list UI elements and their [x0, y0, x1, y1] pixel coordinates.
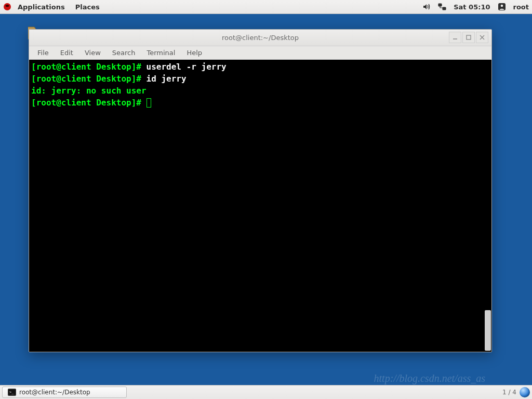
- menu-view[interactable]: View: [79, 47, 106, 58]
- top-panel-right: Sat 05:10 root: [422, 3, 529, 11]
- window-menubar: File Edit View Search Terminal Help: [29, 46, 491, 60]
- svg-point-4: [500, 5, 503, 7]
- window-titlebar[interactable]: root@client:~/Desktop: [29, 30, 491, 46]
- svg-text:>_: >_: [9, 390, 14, 394]
- volume-icon[interactable]: [422, 3, 431, 11]
- distro-logo-icon: [3, 3, 11, 11]
- bottom-panel-right: 1 / 4: [502, 387, 530, 397]
- terminal-body[interactable]: [root@client Desktop]# userdel -r jerry[…: [29, 60, 491, 352]
- user-status-icon[interactable]: [498, 3, 506, 11]
- terminal-output: id: jerry: no such user: [31, 86, 147, 96]
- applications-menu[interactable]: Applications: [14, 2, 69, 12]
- terminal-line: [root@client Desktop]# id jerry: [31, 73, 489, 85]
- menu-help[interactable]: Help: [181, 47, 207, 58]
- terminal-line: [root@client Desktop]#: [31, 97, 489, 109]
- top-panel-left: Applications Places: [3, 2, 104, 12]
- taskbar-window-button[interactable]: >_ root@client:~/Desktop: [2, 387, 127, 398]
- terminal-window: root@client:~/Desktop File Edit View Sea…: [29, 29, 492, 352]
- show-desktop-icon[interactable]: [520, 387, 530, 397]
- window-controls: [449, 32, 488, 43]
- scrollbar-thumb[interactable]: [485, 310, 491, 351]
- terminal-line: [root@client Desktop]# userdel -r jerry: [31, 61, 489, 73]
- terminal-line: id: jerry: no such user: [31, 85, 489, 97]
- scrollbar-track[interactable]: [484, 60, 491, 352]
- clock[interactable]: Sat 05:10: [454, 3, 490, 11]
- bottom-panel: >_ root@client:~/Desktop 1 / 4: [0, 385, 532, 399]
- terminal-prompt: [root@client Desktop]#: [31, 62, 147, 72]
- terminal-prompt: [root@client Desktop]#: [31, 98, 147, 108]
- terminal-cursor: [147, 98, 151, 108]
- svg-rect-10: [467, 35, 471, 39]
- close-button[interactable]: [476, 32, 488, 43]
- taskbar-window-label: root@client:~/Desktop: [19, 389, 90, 396]
- user-menu[interactable]: root: [513, 3, 529, 11]
- menu-terminal[interactable]: Terminal: [141, 47, 180, 58]
- menu-edit[interactable]: Edit: [55, 47, 78, 58]
- minimize-button[interactable]: [449, 32, 461, 43]
- top-panel: Applications Places Sat 05:10 root: [0, 0, 532, 14]
- terminal-prompt: [root@client Desktop]#: [31, 74, 147, 84]
- network-icon[interactable]: [438, 3, 446, 11]
- terminal-icon: >_: [8, 388, 16, 396]
- menu-file[interactable]: File: [32, 47, 54, 58]
- maximize-button[interactable]: [462, 32, 475, 43]
- menu-search[interactable]: Search: [107, 47, 141, 58]
- svg-rect-1: [438, 4, 442, 6]
- terminal-command: userdel -r jerry: [147, 62, 227, 72]
- workspace-indicator[interactable]: 1 / 4: [502, 389, 516, 396]
- window-title: root@client:~/Desktop: [222, 34, 299, 42]
- watermark-text: http://blog.csdn.net/ass_as: [374, 373, 485, 384]
- svg-rect-2: [443, 7, 446, 10]
- places-menu[interactable]: Places: [71, 2, 104, 12]
- terminal-command: id jerry: [147, 74, 187, 84]
